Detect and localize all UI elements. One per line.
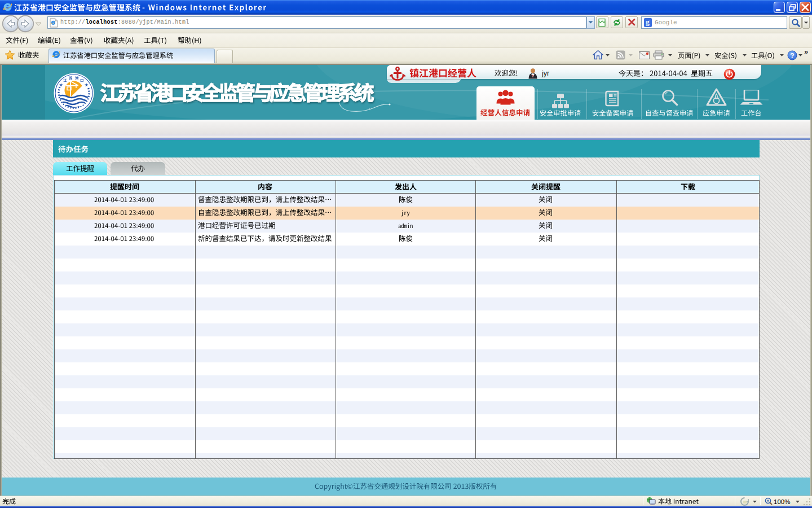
svg-text:?: ? (790, 51, 794, 59)
